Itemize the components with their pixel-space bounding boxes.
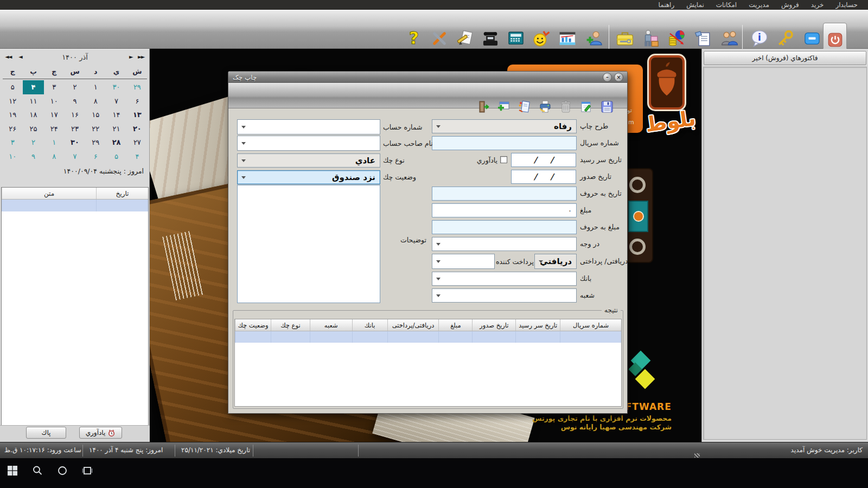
branch-combo[interactable] <box>432 288 577 303</box>
calendar-day[interactable]: ۵ <box>106 150 126 164</box>
calendar-day[interactable]: ۹ <box>23 150 43 164</box>
calendar-day[interactable]: ۸ <box>85 94 106 108</box>
calendar-day[interactable]: ۱۹ <box>2 108 23 122</box>
notes-textarea[interactable] <box>237 185 380 303</box>
help-icon[interactable]: ? <box>405 29 423 48</box>
calendar-day[interactable]: ۴ <box>127 150 148 164</box>
calendar-day[interactable]: ۲۲ <box>85 122 106 136</box>
bank-combo[interactable] <box>432 272 577 286</box>
save-icon[interactable] <box>600 100 614 114</box>
minimize-app-icon[interactable] <box>803 29 821 48</box>
cortana-icon[interactable] <box>56 465 68 477</box>
info-icon[interactable]: i <box>750 29 769 48</box>
calendar-day[interactable]: ۱۱ <box>23 94 43 108</box>
payee-combo[interactable] <box>432 237 577 251</box>
calendar-day[interactable]: ۱۵ <box>85 108 106 122</box>
calendar-day[interactable]: ۱۲ <box>2 94 23 108</box>
calendar-day[interactable]: ۷ <box>65 150 85 164</box>
calendar-day[interactable]: ۴ <box>23 80 43 94</box>
calendar-day[interactable]: ۸ <box>44 150 65 164</box>
clear-button[interactable]: پاك <box>26 427 66 439</box>
minimize-button[interactable]: – <box>603 73 612 82</box>
reminder-checkbox[interactable] <box>500 156 507 163</box>
result-column-header[interactable]: دریافتی/پرداختی <box>387 319 439 331</box>
print-icon[interactable] <box>538 100 552 114</box>
calendar-day[interactable]: ۱۶ <box>65 108 85 122</box>
document-icon[interactable] <box>694 29 712 48</box>
report-icon[interactable] <box>558 29 577 48</box>
serial-input[interactable] <box>432 136 577 150</box>
calculator-icon[interactable] <box>507 29 525 48</box>
calendar-day[interactable]: ۱۷ <box>44 108 65 122</box>
reminder-button[interactable]: یادآوري <box>79 427 122 439</box>
calendar-day[interactable]: ۲۶ <box>2 122 23 136</box>
amount-words-input[interactable] <box>432 220 577 234</box>
calendar-day[interactable]: ۶ <box>85 150 106 164</box>
toolbox-icon[interactable] <box>616 29 634 48</box>
resize-grip[interactable] <box>694 453 700 458</box>
search-icon[interactable] <box>31 465 43 477</box>
menu-item[interactable]: فروش <box>775 1 805 9</box>
calendar-day[interactable]: ۲۳ <box>65 122 85 136</box>
calendar-day[interactable]: ۲۵ <box>23 122 43 136</box>
menu-item[interactable]: راهنما <box>653 1 681 9</box>
calendar-day[interactable]: ۲۴ <box>44 122 65 136</box>
new-icon[interactable] <box>497 100 511 114</box>
signature-icon[interactable] <box>456 29 474 48</box>
date-words-input[interactable] <box>432 187 577 201</box>
payer-combo[interactable] <box>432 254 495 269</box>
result-row-selected[interactable] <box>235 331 621 343</box>
calendar-day[interactable]: ۲۷ <box>127 136 148 150</box>
column-header-text[interactable]: متن <box>2 188 96 199</box>
finance-icon[interactable] <box>668 29 686 48</box>
recent-invoices-header[interactable]: فاکتورهاي (فروش) اخیر <box>704 51 866 65</box>
due-date-input[interactable]: / / <box>511 153 576 167</box>
result-column-header[interactable]: شعبه <box>310 319 352 331</box>
received-paid-combo[interactable]: دریافتي <box>534 254 577 269</box>
calendar-day[interactable]: ۲ <box>65 80 85 94</box>
calendar-day[interactable]: ۹ <box>65 94 85 108</box>
calendar-day[interactable]: ۲۹ <box>127 80 148 94</box>
menu-item[interactable]: خرید <box>805 1 830 9</box>
check-status-combo[interactable]: نزد صندوق <box>237 170 380 184</box>
tools-icon[interactable] <box>430 29 449 48</box>
menu-item[interactable]: نمایش <box>680 1 710 9</box>
dialog-titlebar[interactable]: چاپ چک <box>228 72 627 83</box>
exit-icon[interactable] <box>476 100 490 114</box>
result-column-header[interactable]: نوع چك <box>271 319 310 331</box>
task-view-icon[interactable] <box>81 465 93 477</box>
calendar-day[interactable]: ۲ <box>23 136 43 150</box>
calendar-day[interactable]: ۳۰ <box>65 136 85 150</box>
menu-item[interactable]: حسابدار <box>829 1 864 9</box>
next-month-button[interactable]: ► <box>129 54 132 60</box>
close-button[interactable]: × <box>614 73 623 82</box>
add-user-icon[interactable] <box>585 29 604 48</box>
key-icon[interactable] <box>776 29 795 48</box>
calendar-day[interactable]: ۶ <box>127 94 148 108</box>
delete-icon[interactable] <box>559 100 573 114</box>
calendar-day[interactable]: ۱۸ <box>23 108 43 122</box>
result-column-header[interactable]: مبلغ <box>438 319 472 331</box>
calendar-day[interactable]: ۲۹ <box>85 136 106 150</box>
result-column-header[interactable]: وضعیت چك <box>235 319 271 331</box>
users-icon[interactable] <box>720 29 739 48</box>
calendar-day[interactable]: ۱۳ <box>127 108 148 122</box>
result-column-header[interactable]: تاریخ سر رسید <box>515 319 560 331</box>
account-owner-combo[interactable] <box>237 136 380 151</box>
calendar-day[interactable]: ۵ <box>2 80 23 94</box>
edit-icon[interactable] <box>518 100 532 114</box>
delivery-icon[interactable] <box>642 29 660 48</box>
calendar-day[interactable]: ۲۸ <box>106 136 126 150</box>
calendar-day[interactable]: ۲۰ <box>127 122 148 136</box>
calendar-day[interactable]: ۲۱ <box>106 122 126 136</box>
calendar-day[interactable]: ۱ <box>44 136 65 150</box>
note-icon[interactable] <box>579 100 593 114</box>
calendar-day[interactable]: ۳ <box>44 80 65 94</box>
calendar-day[interactable]: ۷ <box>106 94 126 108</box>
next-year-button[interactable]: ►► <box>138 54 144 60</box>
smiley-icon[interactable] <box>532 29 551 48</box>
start-icon[interactable] <box>7 465 18 477</box>
account-no-combo[interactable] <box>237 119 380 134</box>
calendar-day[interactable]: ۱ <box>85 80 106 94</box>
print-design-combo[interactable]: رفاه <box>432 119 577 133</box>
